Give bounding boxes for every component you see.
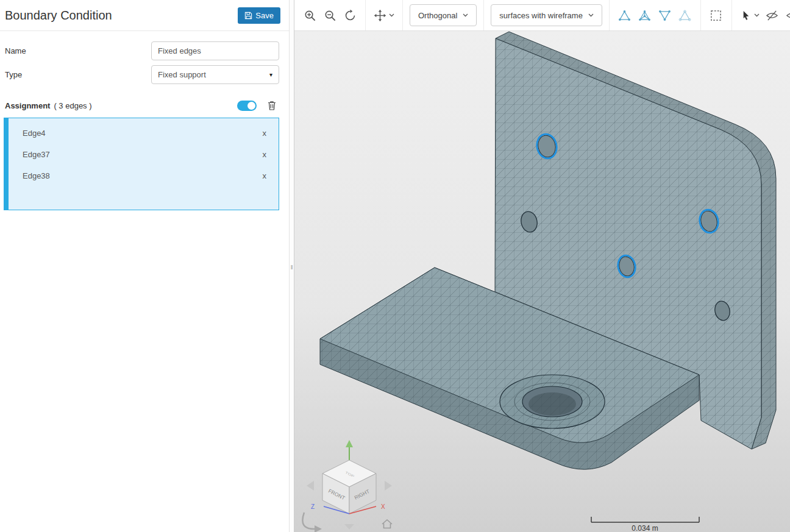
mesh-nodes-icon — [618, 9, 631, 22]
edge-name: Edge37 — [23, 150, 50, 159]
render-mode-dropdown[interactable]: surfaces with wireframe — [491, 4, 602, 26]
projection-dropdown[interactable]: Orthogonal — [410, 4, 477, 26]
name-input[interactable] — [151, 41, 279, 60]
model-part[interactable] — [320, 32, 776, 469]
mesh-display-button-1[interactable] — [616, 6, 633, 24]
chevron-down-icon — [463, 13, 468, 17]
mesh-display-button-4[interactable] — [677, 6, 694, 24]
name-row: Name — [5, 41, 279, 60]
chevron-down-icon — [389, 13, 394, 17]
boundary-condition-panel: Boundary Condition Save Name Type — [0, 0, 289, 532]
name-label: Name — [5, 46, 151, 55]
remove-edge-button[interactable]: x — [263, 129, 267, 138]
list-item[interactable]: Edge37 x — [9, 144, 279, 165]
rotate-left-arrow-icon[interactable] — [307, 481, 314, 491]
zoom-group — [294, 0, 366, 30]
trash-icon — [267, 100, 277, 111]
mesh-inverted-icon — [658, 9, 671, 22]
zoom-out-icon — [324, 9, 336, 22]
list-item[interactable]: Edge38 x — [9, 165, 279, 186]
eye-icon — [786, 9, 790, 22]
mesh-faded-icon — [678, 9, 691, 22]
pan-group — [366, 0, 403, 30]
3d-viewport-canvas[interactable]: TOP FRONT RIGHT X Z — [294, 31, 790, 532]
page-title: Boundary Condition — [5, 9, 112, 23]
assignment-controls — [237, 100, 279, 111]
rotate-right-arrow-icon[interactable] — [385, 481, 392, 491]
remove-edge-button[interactable]: x — [263, 150, 267, 159]
roll-arrow-icon[interactable] — [302, 512, 315, 529]
zoom-in-icon — [304, 9, 316, 22]
cursor-icon — [740, 10, 752, 21]
toggle-knob — [247, 102, 255, 110]
show-all-button[interactable] — [784, 6, 790, 24]
x-axis-label: X — [381, 503, 385, 510]
projection-value: Orthogonal — [418, 11, 457, 20]
panel-resize-gutter[interactable]: ‖ — [289, 0, 294, 532]
pan-move-icon — [374, 9, 386, 22]
assignment-count: ( 3 edges ) — [54, 101, 91, 110]
save-button-label: Save — [255, 11, 274, 20]
viewport-area: Orthogonal surfaces with wireframe — [294, 0, 790, 532]
mesh-display-button-2[interactable] — [636, 6, 653, 24]
assignment-label: Assignment — [5, 101, 50, 110]
reset-view-button[interactable] — [341, 6, 358, 24]
y-axis-arrow-icon[interactable] — [346, 440, 353, 447]
hide-selected-button[interactable] — [764, 6, 781, 24]
type-select-value: Fixed support — [158, 70, 206, 79]
app-window: Boundary Condition Save Name Type — [0, 0, 790, 532]
save-button[interactable]: Save — [238, 7, 280, 24]
delete-assignment-button[interactable] — [267, 100, 277, 111]
roll-arrow-head — [315, 525, 322, 532]
mesh-display-group — [610, 0, 701, 30]
assignment-toggle[interactable] — [237, 101, 257, 111]
box-select-button[interactable] — [708, 6, 725, 24]
remove-edge-button[interactable]: x — [263, 171, 267, 180]
edge-name: Edge4 — [23, 129, 46, 138]
panel-header: Boundary Condition Save — [0, 0, 289, 31]
panel-body: Name Type Fixed support ▾ Assignment ( 3… — [0, 31, 289, 210]
render-mode-value: surfaces with wireframe — [499, 11, 583, 20]
refresh-icon — [344, 9, 357, 22]
home-view-icon[interactable] — [382, 520, 392, 528]
scale-bar-label: 0.034 m — [632, 524, 658, 532]
chevron-down-icon — [754, 13, 760, 17]
rotate-down-arrow-icon[interactable] — [344, 524, 354, 530]
nav-cube[interactable]: TOP FRONT RIGHT X Z — [302, 440, 392, 532]
mesh-nodes-center-icon — [638, 9, 651, 22]
z-axis-label: Z — [311, 503, 315, 510]
assignment-header: Assignment ( 3 edges ) — [5, 100, 279, 111]
scale-bar-line — [591, 517, 699, 522]
list-item[interactable]: Edge4 x — [9, 122, 279, 144]
zoom-in-button[interactable] — [301, 6, 318, 24]
type-label: Type — [5, 70, 151, 79]
render-mode-group: surfaces with wireframe — [484, 0, 610, 30]
mesh-display-button-3[interactable] — [657, 6, 674, 24]
zoom-out-button[interactable] — [321, 6, 338, 24]
select-tool-button[interactable] — [739, 6, 761, 24]
eye-off-icon — [766, 9, 778, 22]
type-select[interactable]: Fixed support ▾ — [151, 65, 279, 84]
bore-mesh — [528, 392, 576, 416]
3d-viewport[interactable]: TOP FRONT RIGHT X Z — [294, 31, 790, 532]
scale-bar: 0.034 m — [591, 517, 699, 532]
select-caret-icon: ▾ — [269, 72, 272, 78]
projection-group: Orthogonal — [403, 0, 484, 30]
selection-box-icon — [710, 9, 722, 22]
save-icon — [244, 12, 252, 20]
resize-handle[interactable]: ‖ — [290, 264, 294, 271]
type-row: Type Fixed support ▾ — [5, 65, 279, 84]
chevron-down-icon — [588, 13, 594, 17]
viewport-toolbar: Orthogonal surfaces with wireframe — [294, 0, 790, 31]
pan-tool-button[interactable] — [372, 6, 396, 24]
assignment-edge-list: Edge4 x Edge37 x Edge38 x — [4, 118, 279, 210]
edge-name: Edge38 — [23, 171, 50, 180]
selection-group — [732, 0, 790, 30]
box-select-group — [701, 0, 732, 30]
